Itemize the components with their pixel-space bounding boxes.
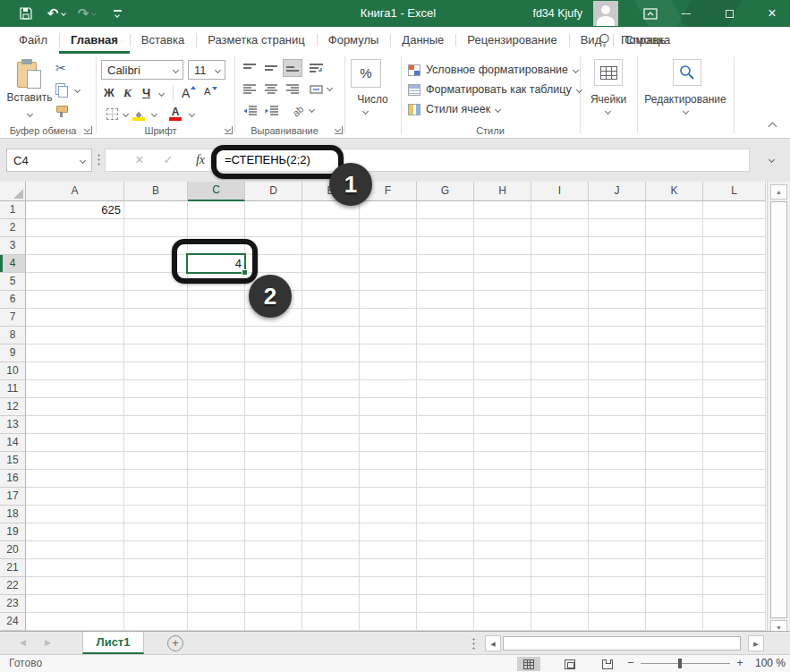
- increase-font-button[interactable]: А: [182, 86, 190, 100]
- align-left-button[interactable]: [240, 81, 259, 98]
- zoom-slider-thumb[interactable]: [678, 659, 682, 668]
- row-header-17[interactable]: 17: [0, 488, 26, 506]
- editing-icon[interactable]: [673, 59, 701, 86]
- column-header-G[interactable]: G: [417, 182, 474, 201]
- decrease-font-button[interactable]: А: [204, 86, 210, 97]
- row-header-15[interactable]: 15: [0, 452, 26, 470]
- number-caret[interactable]: [362, 108, 369, 115]
- styles-item-2[interactable]: Стили ячеек: [408, 100, 500, 118]
- menu-tab-6[interactable]: Рецензирование: [455, 27, 568, 54]
- merge-caret[interactable]: [327, 85, 333, 91]
- row-header-18[interactable]: 18: [0, 506, 26, 523]
- underline-caret[interactable]: [158, 90, 165, 97]
- font-color-icon[interactable]: А: [168, 106, 183, 121]
- fill-color-icon[interactable]: [132, 106, 147, 121]
- align-right-button[interactable]: [283, 81, 302, 98]
- undo-button[interactable]: ↶: [43, 0, 70, 27]
- styles-item-0[interactable]: Условное форматирование: [408, 61, 578, 79]
- enter-formula-icon[interactable]: ✓: [159, 149, 177, 172]
- fill-color-caret[interactable]: [151, 111, 157, 117]
- column-header-A[interactable]: A: [26, 182, 124, 201]
- row-header-21[interactable]: 21: [0, 559, 26, 577]
- row-header-3[interactable]: 3: [0, 237, 26, 255]
- tab-scroll-split-handle[interactable]: [472, 637, 475, 650]
- menu-tab-file[interactable]: Файл: [7, 27, 59, 54]
- paste-button[interactable]: Вставить: [5, 57, 54, 122]
- menu-tab-1[interactable]: Главная: [59, 27, 130, 54]
- styles-item-1[interactable]: Форматировать как таблицу: [408, 81, 582, 98]
- row-header-1[interactable]: 1: [0, 201, 26, 219]
- vertical-scroll-thumb[interactable]: [770, 201, 787, 618]
- percent-style-button[interactable]: %: [351, 59, 381, 88]
- minimize-button[interactable]: [669, 0, 703, 27]
- format-painter-icon[interactable]: [55, 105, 68, 117]
- cells-area[interactable]: [26, 201, 766, 631]
- redo-button[interactable]: ↷: [73, 0, 100, 27]
- align-center-button[interactable]: [261, 81, 281, 98]
- wrap-text-button[interactable]: [306, 59, 326, 77]
- row-header-4[interactable]: 4: [0, 255, 26, 273]
- borders-caret[interactable]: [123, 111, 129, 117]
- scroll-right-icon[interactable]: ▶: [748, 635, 764, 651]
- row-header-5[interactable]: 5: [0, 273, 26, 291]
- copy-caret[interactable]: [74, 87, 81, 93]
- row-header-20[interactable]: 20: [0, 541, 26, 559]
- column-header-I[interactable]: I: [531, 182, 589, 201]
- italic-button[interactable]: К: [123, 86, 132, 100]
- page-break-view-icon[interactable]: [596, 657, 619, 671]
- menu-tab-2[interactable]: Вставка: [130, 27, 196, 54]
- scroll-up-icon[interactable]: ▲: [770, 184, 787, 200]
- align-top-button[interactable]: [240, 59, 259, 77]
- insert-function-icon[interactable]: fx: [190, 149, 211, 172]
- customize-quick-access-icon[interactable]: [107, 0, 127, 27]
- scroll-left-icon[interactable]: ◀: [485, 635, 501, 651]
- font-color-caret[interactable]: [189, 111, 195, 117]
- row-header-10[interactable]: 10: [0, 362, 26, 380]
- menu-tab-3[interactable]: Разметка страниц: [196, 27, 317, 54]
- row-header-11[interactable]: 11: [0, 380, 26, 398]
- vertical-scrollbar[interactable]: ▲ ▼: [767, 182, 790, 640]
- column-header-H[interactable]: H: [474, 182, 531, 201]
- row-header-23[interactable]: 23: [0, 595, 26, 613]
- number-group-button-label[interactable]: Число: [344, 93, 401, 106]
- column-header-B[interactable]: B: [124, 182, 188, 201]
- merge-center-button[interactable]: [306, 81, 326, 98]
- row-header-12[interactable]: 12: [0, 398, 26, 416]
- avatar[interactable]: [593, 1, 618, 26]
- menu-tab-5[interactable]: Данные: [390, 27, 455, 54]
- orientation-button[interactable]: ab: [285, 98, 311, 123]
- alignment-dialog-launcher[interactable]: [335, 126, 343, 134]
- lightbulb-icon[interactable]: [598, 33, 611, 52]
- row-header-13[interactable]: 13: [0, 416, 26, 434]
- row-header-6[interactable]: 6: [0, 291, 26, 309]
- expand-formula-bar-icon[interactable]: [769, 157, 775, 163]
- row-header-19[interactable]: 19: [0, 523, 26, 541]
- name-box[interactable]: C4: [6, 149, 92, 172]
- cells-group-button-label[interactable]: Ячейки: [580, 93, 637, 106]
- zoom-out-icon[interactable]: −: [624, 655, 637, 672]
- font-name-combo[interactable]: Calibri: [101, 60, 183, 80]
- borders-icon[interactable]: [106, 108, 118, 120]
- zoom-level[interactable]: 100 %: [750, 655, 786, 672]
- row-header-24[interactable]: 24: [0, 613, 26, 631]
- next-sheet-icon[interactable]: ▶: [45, 638, 51, 647]
- cut-icon[interactable]: ✂: [55, 61, 66, 75]
- new-sheet-icon[interactable]: +: [167, 635, 183, 651]
- bold-button[interactable]: Ж: [104, 86, 115, 99]
- row-header-22[interactable]: 22: [0, 577, 26, 595]
- menu-tab-4[interactable]: Формулы: [317, 27, 391, 54]
- underline-button[interactable]: Ч: [142, 86, 150, 99]
- row-header-14[interactable]: 14: [0, 434, 26, 452]
- zoom-slider-track[interactable]: [641, 663, 730, 664]
- normal-view-icon[interactable]: [517, 657, 540, 671]
- ribbon-display-options-icon[interactable]: [637, 0, 664, 27]
- editing-caret[interactable]: [683, 108, 689, 115]
- collapse-ribbon-icon[interactable]: [769, 123, 777, 132]
- column-header-L[interactable]: L: [703, 182, 766, 201]
- column-header-D[interactable]: D: [245, 182, 302, 201]
- row-header-9[interactable]: 9: [0, 345, 26, 362]
- font-dialog-launcher[interactable]: [225, 126, 233, 134]
- close-button[interactable]: ×: [755, 0, 789, 27]
- save-icon[interactable]: [14, 0, 38, 27]
- horizontal-scroll-thumb[interactable]: [503, 636, 741, 651]
